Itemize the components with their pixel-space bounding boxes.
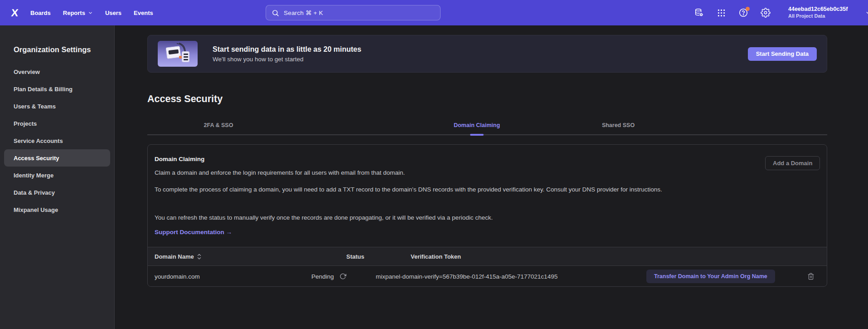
help-icon[interactable]: [738, 8, 748, 18]
nav-right-group: 44eebad12c65eb0c35f All Project Data: [694, 0, 868, 25]
column-label: Verification Token: [411, 253, 461, 260]
table-header: Domain Name Status Verification Token: [148, 247, 827, 266]
sidebar-title: Organization Settings: [14, 45, 91, 54]
column-header-status: Status: [346, 253, 364, 260]
banner-illustration: [158, 41, 198, 67]
search-input[interactable]: Search ⌘ + K: [266, 5, 441, 20]
account-scope: All Project Data: [788, 13, 848, 20]
refresh-status-icon[interactable]: [339, 273, 346, 280]
search-icon: [272, 9, 279, 17]
sidebar-item-plan-details-billing[interactable]: Plan Details & Billing: [4, 80, 110, 98]
tab-2fa-sso[interactable]: 2FA & SSO: [204, 122, 233, 128]
org-settings-sidebar: Organization Settings Overview Plan Deta…: [0, 25, 115, 329]
sidebar-item-overview[interactable]: Overview: [4, 63, 110, 80]
domain-name-cell: yourdomain.com: [155, 273, 200, 280]
domain-claiming-card: Domain Claiming Add a Domain Claim a dom…: [147, 144, 827, 287]
settings-gear-icon[interactable]: [761, 8, 771, 18]
sidebar-item-access-security[interactable]: Access Security: [4, 149, 110, 167]
nav-item-label: Events: [134, 10, 153, 16]
description-paragraph: To complete the process of claiming a do…: [155, 185, 721, 195]
delete-domain-trash-icon[interactable]: [807, 273, 815, 280]
status-text: Pending: [311, 273, 334, 280]
sidebar-item-identity-merge[interactable]: Identity Merge: [4, 167, 110, 184]
chevron-down-icon: [88, 10, 93, 15]
tab-shared-sso[interactable]: Shared SSO: [602, 122, 635, 128]
apps-grid-icon[interactable]: [716, 8, 726, 18]
column-label: Domain Name: [155, 253, 194, 260]
data-settings-icon[interactable]: [694, 8, 704, 18]
account-chevron-down-icon[interactable]: [865, 10, 868, 16]
app-screen: X Boards Reports Users Events Search ⌘ +…: [0, 0, 868, 329]
nav-item-boards[interactable]: Boards: [30, 10, 51, 16]
onboarding-banner: Start sending data in as little as 20 mi…: [147, 35, 827, 73]
nav-item-label: Users: [105, 10, 121, 16]
column-header-verification-token: Verification Token: [411, 253, 461, 260]
support-documentation-link[interactable]: Support Documentation →: [155, 229, 232, 236]
active-tab-indicator: [470, 134, 484, 136]
top-navbar: X Boards Reports Users Events Search ⌘ +…: [0, 0, 868, 25]
card-title: Domain Claiming: [155, 156, 204, 162]
sidebar-item-data-privacy[interactable]: Data & Privacy: [4, 184, 110, 201]
banner-subtitle: We'll show you how to get started: [213, 56, 361, 63]
notification-badge: [746, 7, 750, 11]
sidebar-item-users-teams[interactable]: Users & Teams: [4, 98, 110, 115]
sort-icon[interactable]: [197, 253, 201, 260]
tab-domain-claiming[interactable]: Domain Claiming: [454, 122, 500, 128]
account-id: 44eebad12c65eb0c35f: [788, 6, 848, 13]
banner-title: Start sending data in as little as 20 mi…: [213, 45, 361, 54]
add-domain-button[interactable]: Add a Domain: [765, 156, 820, 170]
search-placeholder: Search ⌘ + K: [284, 9, 323, 16]
device-graphic: [182, 51, 189, 62]
table-row: yourdomain.com Pending mixpanel-domain-v…: [148, 266, 827, 286]
verification-token-cell: mixpanel-domain-verify=567b39be-012f-415…: [376, 273, 558, 280]
column-header-domain-name: Domain Name: [155, 253, 201, 260]
nav-item-users[interactable]: Users: [105, 10, 121, 16]
page-title: Access Security: [147, 93, 223, 105]
description-paragraph: You can refresh the status to manually v…: [155, 213, 493, 223]
column-label: Status: [346, 253, 364, 260]
nav-item-label: Reports: [63, 10, 85, 16]
primary-nav: Boards Reports Users Events: [30, 10, 153, 16]
sidebar-items: Overview Plan Details & Billing Users & …: [0, 63, 114, 218]
sidebar-item-mixpanel-usage[interactable]: Mixpanel Usage: [4, 201, 110, 218]
start-sending-data-button[interactable]: Start Sending Data: [748, 47, 817, 61]
sidebar-item-projects[interactable]: Projects: [4, 115, 110, 132]
nav-item-label: Boards: [30, 10, 51, 16]
banner-text: Start sending data in as little as 20 mi…: [213, 45, 361, 63]
nav-item-events[interactable]: Events: [134, 10, 153, 16]
status-cell: Pending: [311, 273, 346, 280]
description-paragraph: Claim a domain and enforce the login req…: [155, 168, 405, 178]
nav-item-reports[interactable]: Reports: [63, 10, 93, 16]
tab-divider: [147, 134, 827, 135]
mixpanel-logo-icon[interactable]: X: [8, 6, 22, 19]
account-switcher[interactable]: 44eebad12c65eb0c35f All Project Data: [788, 6, 848, 19]
sidebar-item-service-accounts[interactable]: Service Accounts: [4, 132, 110, 149]
transfer-domain-button[interactable]: Transfer Domain to Your Admin Org Name: [646, 270, 775, 283]
